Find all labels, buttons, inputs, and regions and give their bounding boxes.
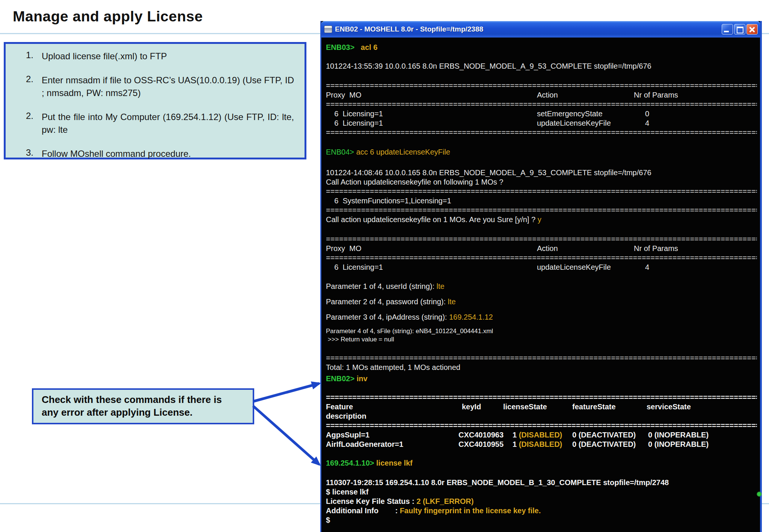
terminal-separator: ========================================…: [326, 187, 757, 196]
terminal-line: Additional Info : Faulty fingerprint in …: [326, 506, 757, 515]
terminal-line: Parameter 2 of 4, password (string): lte: [326, 297, 757, 307]
slide: Manage and apply License 1.Upload licens…: [0, 0, 769, 532]
page-title: Manage and apply License: [13, 8, 203, 25]
step-text: Enter nmsadm if file to OSS-RC’s UAS(10.…: [36, 74, 294, 99]
step-number: 2.: [26, 111, 36, 136]
close-button[interactable]: [746, 24, 758, 35]
terminal-line: 6 SystemFunctions=1,Licensing=1: [326, 196, 757, 206]
terminal-line: Parameter 4 of 4, sFile (string): eNB4_1…: [326, 327, 757, 335]
instruction-step-2: 2.Enter nmsadm if file to OSS-RC’s UAS(1…: [9, 74, 294, 99]
terminal-line: Call action updatelicensekeyfile on 1 MO…: [326, 215, 757, 224]
terminal-line: $: [326, 515, 757, 525]
instruction-step-1: 1.Upload license file(.xml) to FTP: [9, 50, 294, 63]
minimize-button[interactable]: [722, 24, 733, 35]
minimize-icon: [724, 31, 729, 32]
window-title: ENB02 - MOSHELL 8.0r - Stopfile=/tmp/238…: [335, 25, 722, 33]
window-titlebar[interactable]: ENB02 - MOSHELL 8.0r - Stopfile=/tmp/238…: [321, 21, 760, 38]
window-controls: [722, 24, 758, 35]
terminal-separator: ========================================…: [326, 253, 757, 263]
terminal-line: Total: 1 MOs attempted, 1 MOs actioned: [326, 363, 757, 372]
terminal-output[interactable]: ENB03> acl 6101224-13:55:39 10.0.0.165 8…: [321, 38, 760, 525]
terminal-separator: ========================================…: [326, 128, 757, 137]
terminal-line: Proxy MOActionNr of Params: [326, 90, 757, 100]
terminal-line: 101224-13:55:39 10.0.0.165 8.0n ERBS_NOD…: [326, 62, 757, 71]
terminal-line: 6 Licensing=1updateLicenseKeyFile4: [326, 263, 757, 272]
terminal-line: 110307-19:28:15 169.254.1.10 8.0r ERBS_N…: [326, 478, 757, 487]
arrow-to-inv-command: [253, 383, 319, 401]
terminal-line: 6 Licensing=1updateLicenseKeyFile4: [326, 119, 757, 128]
terminal-line: 169.254.1.10> license lkf: [326, 458, 757, 468]
terminal-separator: ========================================…: [326, 234, 757, 244]
arrow-to-license-lkf-command: [253, 406, 319, 464]
callout-arrows: [249, 376, 324, 470]
terminal-line: Proxy MOActionNr of Params: [326, 244, 757, 253]
terminal-line: License Key File Status : 2 (LKF_ERROR): [326, 497, 757, 506]
terminal-line: FeaturekeyIdlicenseStatefeatureStateserv…: [326, 402, 757, 412]
instructions-box: 1.Upload license file(.xml) to FTP2.Ente…: [4, 42, 306, 159]
maximize-button[interactable]: [734, 24, 745, 35]
green-indicator-dot: [757, 491, 762, 497]
step-number: 2.: [26, 74, 36, 99]
terminal-line: description: [326, 412, 757, 421]
terminal-separator: ========================================…: [326, 206, 757, 215]
terminal-line: $ license lkf: [326, 487, 757, 497]
callout-line-2: any error after applying License.: [42, 406, 245, 419]
terminal-separator: ========================================…: [326, 421, 757, 430]
terminal-line: ENB04> acc 6 updateLicenseKeyFile: [326, 147, 757, 157]
terminal-line: Call Action updatelicensekeyfile on foll…: [326, 177, 757, 187]
step-text: Upload license file(.xml) to FTP: [36, 50, 294, 63]
terminal-separator: ========================================…: [326, 81, 757, 90]
terminal-separator: ========================================…: [326, 100, 757, 109]
step-number: 3.: [26, 147, 36, 160]
terminal-line: AirIfLoadGenerator=1CXC40109551 (DISABLE…: [326, 440, 757, 449]
callout-box: Check with these commands if there is an…: [32, 388, 254, 424]
instruction-step-4: 3.Follow MOshell command procedure.: [9, 147, 294, 160]
terminal-line: >>> Return value = null: [326, 335, 757, 344]
step-text: Put the file into My Computer (169.254.1…: [36, 111, 294, 136]
terminal-separator: ========================================…: [326, 393, 757, 402]
terminal-line: 101224-14:08:46 10.0.0.165 8.0n ERBS_NOD…: [326, 168, 757, 177]
moshell-window: ENB02 - MOSHELL 8.0r - Stopfile=/tmp/238…: [320, 21, 762, 532]
callout-line-1: Check with these commands if there is: [42, 393, 245, 406]
terminal-line: ENB02> inv: [326, 374, 757, 383]
terminal-line: Parameter 1 of 4, userId (string): lte: [326, 282, 757, 291]
terminal-line: Parameter 3 of 4, ipAddress (string): 16…: [326, 313, 757, 322]
window-icon: [324, 26, 332, 33]
terminal-line: AgpsSupl=1CXC40109631 (DISABLED)0 (DEACT…: [326, 430, 757, 440]
maximize-icon: [737, 27, 743, 33]
terminal-line: 6 Licensing=1setEmergencyState0: [326, 109, 757, 119]
step-text: Follow MOshell command procedure.: [36, 147, 294, 160]
instruction-step-3: 2.Put the file into My Computer (169.254…: [9, 111, 294, 136]
step-number: 1.: [26, 50, 36, 63]
terminal-line: ENB03> acl 6: [326, 43, 757, 52]
terminal-separator: ========================================…: [326, 353, 757, 363]
